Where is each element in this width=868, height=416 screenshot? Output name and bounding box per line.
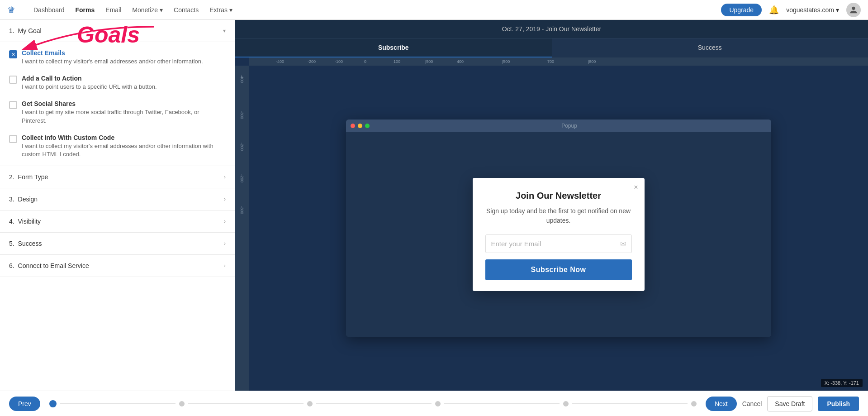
section-6-chevron: › <box>224 263 226 269</box>
section-5-chevron: › <box>224 240 226 247</box>
ruler-horizontal: -400 -200 -100 0 100 |500 400 |500 700 |… <box>249 57 868 66</box>
progress-dot-6 <box>691 401 697 406</box>
save-draft-button[interactable]: Save Draft <box>767 396 812 411</box>
topnav-right: Upgrade 🔔 voguestates.com ▾ <box>721 3 861 17</box>
section-3-title: 3. Design <box>9 196 38 203</box>
bottom-bar: Prev Next Cancel Save Draft Publish <box>0 391 868 416</box>
goal-title-custom: Collect Info With Custom Code <box>22 134 226 141</box>
section-6-title: 6. Connect to Email Service <box>9 262 89 269</box>
nav-forms[interactable]: Forms <box>76 6 95 14</box>
goal-call-to-action[interactable]: Add a Call to Action I want to point use… <box>9 75 226 91</box>
progress-dot-3 <box>307 401 313 406</box>
popup-description: Sign up today and be the first to get no… <box>485 206 632 225</box>
upgrade-button[interactable]: Upgrade <box>721 4 762 16</box>
progress-line-1 <box>60 403 175 404</box>
goal-checkbox-collect-emails[interactable]: ✕ <box>9 50 17 58</box>
nav-links: Dashboard Forms Email Monetize ▾ Contact… <box>33 6 232 14</box>
progress-line-5 <box>572 403 688 404</box>
browser-popup-label: Popup <box>372 123 767 129</box>
goal-social-shares[interactable]: Get Social Shares I want to get my site … <box>9 100 226 124</box>
next-button[interactable]: Next <box>706 397 737 411</box>
progress-line-2 <box>188 403 304 404</box>
nav-email[interactable]: Email <box>105 6 121 14</box>
progress-track <box>49 400 697 407</box>
goal-desc-collect-emails: I want to collect my visitor's email add… <box>22 57 203 66</box>
browser-toolbar: Popup <box>346 120 771 132</box>
tab-bar: Subscribe Success <box>235 38 868 57</box>
nav-dashboard[interactable]: Dashboard <box>33 6 65 14</box>
progress-dot-2 <box>179 401 185 406</box>
goal-checkbox-cta[interactable] <box>9 76 17 84</box>
goal-collect-emails[interactable]: ✕ Collect Emails I want to collect my vi… <box>9 49 226 66</box>
browser-dot-close <box>351 124 355 128</box>
left-panel: 1. My Goal ▾ ✕ Collect Emails I want to … <box>0 20 235 391</box>
goal-checkbox-social[interactable] <box>9 101 17 109</box>
goal-title-cta: Add a Call to Action <box>22 75 157 82</box>
prev-button[interactable]: Prev <box>9 397 40 411</box>
section-1-title: 1. My Goal <box>9 27 42 34</box>
topnav: ♛ Dashboard Forms Email Monetize ▾ Conta… <box>0 0 868 20</box>
coordinates-display: X: -338, Y: -171 <box>821 379 863 387</box>
notifications-icon[interactable]: 🔔 <box>769 5 779 15</box>
browser-dot-maximize <box>365 124 370 128</box>
email-icon: ✉ <box>620 239 626 248</box>
popup-email-field[interactable]: Enter your Email ✉ <box>485 234 632 253</box>
bottom-right: Cancel Save Draft Publish <box>742 396 859 411</box>
section-1-chevron: ▾ <box>223 28 226 34</box>
cancel-button[interactable]: Cancel <box>742 400 762 407</box>
left-content: 1. My Goal ▾ ✕ Collect Emails I want to … <box>0 20 235 391</box>
section-4-chevron: › <box>224 218 226 225</box>
goal-title-collect-emails: Collect Emails <box>22 49 203 57</box>
popup-modal: × Join Our Newsletter Sign up today and … <box>473 178 645 291</box>
nav-contacts[interactable]: Contacts <box>174 6 199 14</box>
editor-header: Oct. 27, 2019 - Join Our Newsletter <box>235 20 868 38</box>
progress-line-3 <box>316 403 432 404</box>
progress-line-4 <box>444 403 560 404</box>
goal-options: ✕ Collect Emails I want to collect my vi… <box>0 42 235 166</box>
browser-dot-minimize <box>358 124 362 128</box>
section-design-header[interactable]: 3. Design › <box>0 188 235 210</box>
popup-email-placeholder: Enter your Email <box>491 240 620 248</box>
canvas-area: -400 -200 -100 0 100 |500 400 |500 700 |… <box>235 57 868 391</box>
goal-custom-code[interactable]: Collect Info With Custom Code I want to … <box>9 134 226 158</box>
progress-dot-1 <box>49 400 57 407</box>
section-2-title: 2. Form Type <box>9 173 48 181</box>
section-email-service-header[interactable]: 6. Connect to Email Service › <box>0 255 235 277</box>
section-5-title: 5. Success <box>9 240 42 247</box>
goal-checkbox-custom[interactable] <box>9 135 17 143</box>
progress-dot-4 <box>435 401 441 406</box>
section-3-chevron: › <box>224 196 226 202</box>
browser-content: × Join Our Newsletter Sign up today and … <box>346 132 771 337</box>
progress-dot-5 <box>563 401 569 406</box>
chevron-down-icon: ▾ <box>836 6 839 14</box>
section-4-title: 4. Visibility <box>9 218 41 225</box>
logo-icon: ♛ <box>7 5 15 15</box>
tab-subscribe[interactable]: Subscribe <box>235 38 552 57</box>
canvas-inner: Popup × Join Our Newsletter Sign up toda… <box>249 66 868 391</box>
nav-monetize[interactable]: Monetize ▾ <box>132 6 163 14</box>
goal-desc-social: I want to get my site more social traffi… <box>22 108 226 124</box>
main-layout: 1. My Goal ▾ ✕ Collect Emails I want to … <box>0 20 868 391</box>
section-my-goal-header[interactable]: 1. My Goal ▾ <box>0 20 235 42</box>
popup-title: Join Our Newsletter <box>485 191 632 201</box>
tab-success[interactable]: Success <box>552 38 868 57</box>
goal-desc-custom: I want to collect my visitor's email add… <box>22 142 226 158</box>
nav-extras[interactable]: Extras ▾ <box>209 6 232 14</box>
goal-desc-cta: I want to point users to a specific URL … <box>22 83 157 91</box>
publish-button[interactable]: Publish <box>818 397 859 411</box>
section-form-type-header[interactable]: 2. Form Type › <box>0 166 235 188</box>
popup-subscribe-button[interactable]: Subscribe Now <box>485 259 632 280</box>
right-panel: Oct. 27, 2019 - Join Our Newsletter Subs… <box>235 20 868 391</box>
ruler-vertical: -400 -300 -200 -200 -300 <box>235 66 249 391</box>
browser-mockup: Popup × Join Our Newsletter Sign up toda… <box>346 120 771 337</box>
popup-close-button[interactable]: × <box>634 183 638 191</box>
section-visibility-header[interactable]: 4. Visibility › <box>0 210 235 233</box>
section-success-header[interactable]: 5. Success › <box>0 233 235 255</box>
section-2-chevron: › <box>224 174 226 180</box>
avatar[interactable] <box>846 3 861 17</box>
site-selector[interactable]: voguestates.com ▾ <box>786 6 839 14</box>
goal-title-social: Get Social Shares <box>22 100 226 107</box>
